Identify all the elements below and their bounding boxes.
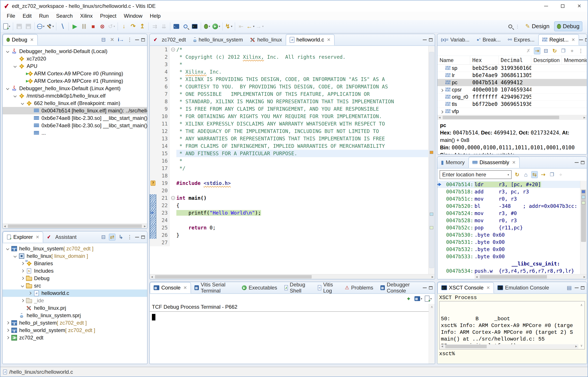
disconnect-button[interactable]: ⊗ [98, 22, 107, 31]
expander-icon[interactable] [5, 49, 11, 53]
code-line[interactable]: ?19#include <stdio.h> [150, 179, 428, 187]
code-line[interactable]: 7 * ONE POSSIBLE IMPLEMENTATION OF THIS … [150, 90, 428, 98]
tab-break-[interactable]: ●°Break... [473, 34, 504, 45]
code-line[interactable]: 20 [150, 187, 428, 194]
menu-help[interactable]: Help [146, 13, 164, 19]
pin-view-button[interactable]: ⌖ [557, 171, 564, 178]
tab-regist-[interactable]: 10100101Regist...✕ [538, 34, 579, 45]
expander-icon[interactable] [20, 298, 25, 303]
close-icon[interactable]: ✕ [512, 160, 516, 165]
expander-icon[interactable] [5, 336, 11, 340]
expander-icon[interactable] [20, 269, 25, 273]
collapse-all-button[interactable]: ⊟ [100, 36, 107, 43]
tree-item[interactable]: 0xb6e74ae8 [libc-2.30.so] __libc_start_m… [3, 122, 147, 129]
tab-problems[interactable]: ⚠Problems [341, 282, 377, 293]
save-all-button[interactable] [24, 22, 33, 31]
dropdown-arrow-icon[interactable]: ▾ [43, 25, 45, 28]
register-row[interactable]: 10100101pc0047b5144699412 [438, 79, 587, 86]
step-into-button[interactable]: ↓ [120, 22, 128, 31]
tree-item[interactable]: ▶ARM Cortex-A9 MPCore #1 (Running) [3, 77, 147, 85]
expander-icon[interactable] [20, 283, 25, 288]
instruction-stepping-mode-button[interactable]: i→ [118, 36, 124, 43]
menu-edit[interactable]: Edit [19, 13, 35, 19]
tab-expres-[interactable]: ⚯Expres... [504, 34, 538, 45]
tree-item[interactable]: xc7z020 [3, 55, 147, 62]
tree-item[interactable]: 0xb6e74ae8 [libc-2.30.so] __libc_start_m… [3, 114, 147, 122]
code-line[interactable]: 15 * AND FITNESS FOR A PARTICULAR PURPOS… [150, 150, 428, 157]
tree-item[interactable]: ▶ARM Cortex-A9 MPCore #0 (Running) [3, 70, 147, 77]
resume-button[interactable]: ▶ [70, 22, 79, 31]
link-with-editor-button[interactable]: ⇄ [109, 234, 115, 241]
tab-zc702-edt[interactable]: ✔zc702_edt [150, 34, 190, 45]
tree-item[interactable]: hello_linux.prj [3, 304, 147, 312]
code-line[interactable]: 1−/* [150, 46, 428, 53]
code-line[interactable]: ✓22{ [150, 202, 428, 209]
tab-executables[interactable]: ▶Executables [238, 282, 281, 293]
tree-item[interactable]: _ide [3, 297, 147, 304]
close-icon[interactable]: ✕ [183, 285, 187, 290]
code-line[interactable]: 17 */ [150, 165, 428, 172]
terminate-button[interactable]: ■ [89, 22, 98, 31]
menu-project[interactable]: Project [96, 13, 120, 19]
clear-console-button[interactable]: ▤ [566, 284, 573, 291]
menu-file[interactable]: File [3, 13, 19, 19]
register-row[interactable]: 10100101orig_r0ffffffff4294967295 [438, 94, 587, 101]
tab-debugger-console[interactable]: ▤Debugger Console [377, 282, 423, 293]
tree-item[interactable]: hello_world_system [ zc702_edt ] [3, 327, 147, 334]
dropdown-arrow-icon[interactable]: ▾ [209, 25, 210, 28]
column-header-mnemonic[interactable]: Mnemonic [562, 56, 585, 64]
close-icon[interactable]: ✕ [30, 37, 34, 42]
tree-item[interactable]: hello_linux_system.sprj [3, 312, 147, 319]
fold-gutter[interactable]: − [170, 194, 176, 202]
maximize-view-button[interactable] [585, 38, 587, 41]
tab-debug[interactable]: Debug ✕ [3, 34, 38, 45]
tab-helloworld-c[interactable]: .chelloworld.c✕ [286, 34, 334, 45]
maximize-view-button[interactable] [429, 286, 433, 289]
code-line[interactable]: 9 * IS FREE FROM ANY CLAIMS OF INFRINGEM… [150, 105, 428, 113]
location-combo[interactable]: Enter location here▾ [439, 170, 512, 179]
xsct-prompt[interactable]: xsct% [439, 351, 585, 357]
register-row[interactable]: 10100101spbeb25ca03199360160 [438, 65, 587, 72]
code-line[interactable]: 13 * ANY WARRANTIES OR REPRESENTATIONS T… [150, 135, 428, 142]
code-line[interactable]: 23 printf("Hello World\n"); [150, 209, 428, 217]
back-button[interactable]: ←▾ [246, 22, 255, 31]
expander-icon[interactable] [12, 94, 18, 98]
maximize-view-button[interactable] [429, 38, 433, 41]
disassembly-line[interactable]: 0047b531:.byte 0x00 [438, 238, 580, 246]
tab-hello-linux-system[interactable]: hello_linux_system [190, 34, 247, 45]
flash-button[interactable]: ↯▾ [224, 22, 233, 31]
code-line[interactable]: 12 * THE ADEQUACY OF THE IMPLEMENTATION,… [150, 128, 428, 135]
minimize-view-button[interactable] [575, 162, 579, 163]
remove-all-button[interactable]: ✕ [109, 36, 115, 43]
editor-hscrollbar[interactable]: ◄► [150, 274, 435, 279]
disassembly-hscrollbar[interactable]: ◄► [474, 274, 587, 279]
register-row[interactable]: 10100101tlsb6f72be03069651936 [438, 101, 587, 108]
forward-button[interactable]: →▾ [255, 22, 264, 31]
pin-view-button[interactable]: ⌖ [569, 47, 575, 54]
restart-button[interactable]: ↺▾ [107, 22, 116, 31]
inspect-button[interactable] [181, 22, 190, 31]
code-editor[interactable]: 1−/*2 * Copyright (c) 2012 Xilinx, Inc. … [150, 46, 435, 274]
display-console-button[interactable]: ▤▾ [415, 295, 422, 302]
tree-item[interactable]: .chelloworld.c [3, 289, 147, 297]
disassembly-listing[interactable]: 0047b514:ldr r3, [pc, #+20]0047b518:add … [438, 181, 580, 274]
expander-icon[interactable] [5, 86, 11, 91]
tree-item[interactable]: hIncludes [3, 267, 147, 275]
tree-item[interactable]: 10Binaries [3, 260, 147, 267]
code-line[interactable]: 26} [150, 231, 428, 239]
disassembly-line[interactable]: __libc_csu_init: [438, 260, 580, 267]
code-line[interactable]: 24 [150, 217, 428, 224]
code-line[interactable]: 18 [150, 172, 428, 179]
tree-item[interactable]: 662 hello_linux.elf (Breakpoint: main) [3, 100, 147, 107]
tab-vitis-log[interactable]: ≡Vitis Log [314, 282, 341, 293]
disassembly-line[interactable]: 0047b533:.byte 0x00 [438, 253, 580, 260]
code-line[interactable]: 14 * FROM CLAIMS OF INFRINGEMENT, IMPLIE… [150, 142, 428, 150]
terminal-button[interactable]: ›_ [172, 22, 181, 31]
maximize-button[interactable] [554, 0, 571, 12]
target-connections-button[interactable]: ▾ [36, 22, 45, 31]
code-line[interactable]: 27 [150, 239, 428, 246]
run-launch-button[interactable]: ▶▾ [212, 22, 221, 31]
disassembly-line[interactable]: 0047b530:.byte 0x60 [438, 231, 580, 238]
code-line[interactable]: 5 * XILINX IS PROVIDING THIS DESIGN, COD… [150, 76, 428, 83]
registers-hscrollbar[interactable]: ◄► [438, 115, 587, 120]
